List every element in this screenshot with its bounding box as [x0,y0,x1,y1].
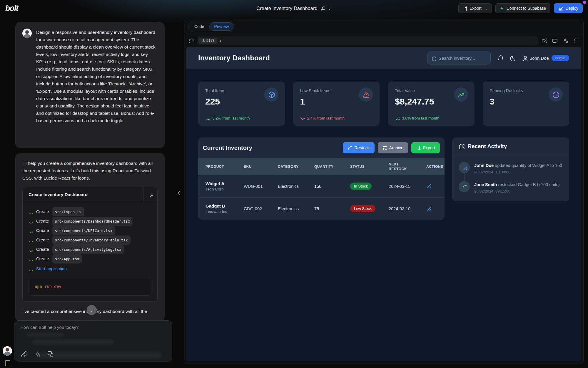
archive-button[interactable]: Archive [378,142,408,153]
export-label: Export [470,6,481,11]
kpi-trend: 3.8% from last month [395,116,440,120]
inventory-search[interactable] [427,52,491,64]
trending-up-icon [454,87,468,102]
file-link[interactable]: src/components/DashboardHeader.tsx [52,217,133,226]
inventory-title: Current Inventory [203,145,252,151]
open-external-button[interactable] [541,38,547,43]
account-avatar [3,346,12,356]
artifact-step: Create src/types.ts [29,207,151,216]
activity-title: Recent Activity [468,143,507,150]
artifact-title: Create Inventory Dashboard [23,187,143,202]
pencil-icon [426,205,431,210]
activity-header: Recent Activity [452,137,569,155]
attach-link-button[interactable] [21,351,26,357]
project-title-menu[interactable]: Create Inventory Dashboard [256,6,331,11]
sku-cell: WDG-001 [244,184,278,189]
activity-list: John Doe updated quantity of Widget A to… [452,155,569,201]
edit-row-button[interactable] [426,205,431,210]
chevron-down-icon [328,6,332,10]
dashboard-header: Inventory Dashboard John Doe admin [186,47,581,69]
user-menu[interactable]: John Doe admin [522,55,569,61]
port-pill[interactable]: 5173 [198,38,217,44]
export-button[interactable]: Export [458,3,492,13]
refresh-icon [348,146,352,150]
supabase-label: Connect to Supabase [507,6,546,11]
dark-mode-toggle[interactable] [510,55,515,61]
preview-tools [541,38,579,43]
clock-icon [459,143,465,149]
reload-icon [188,38,193,43]
chat-mode-button[interactable] [47,351,53,357]
rocket-icon [558,6,563,11]
file-link[interactable]: src/components/InventoryTable.tsx [52,236,131,245]
notifications-button[interactable] [497,55,503,61]
user-message-text: Design a responsive and user-friendly in… [36,29,158,142]
product-supplier: Innovate Inc [206,209,244,214]
command-npm: npm [35,284,42,289]
enhance-prompt-button[interactable] [34,351,40,357]
dashboard-header-actions: John Doe admin [427,52,569,64]
connect-supabase-button[interactable]: Connect to Supabase [495,3,551,13]
deploy-button[interactable]: Deploy [554,3,583,13]
inventory-search-input[interactable] [439,56,487,61]
external-link-icon [541,38,547,43]
maximize-icon [574,38,579,43]
tab-code[interactable]: Code [190,22,209,31]
kpi-card-total-value: Total Value $8,247.75 3.8% from last mon… [388,82,475,126]
device-preview-button[interactable] [552,38,557,43]
chat-input-toolbar [21,351,53,357]
lock-icon [320,6,325,11]
kpi-trend: 2.4% from last month [300,116,345,120]
file-link[interactable]: src/components/ActivityLog.tsx [52,245,124,254]
artifact-step: Create src/App.tsx [29,254,151,263]
artifact-collapse-button[interactable] [143,187,157,202]
artifact-header[interactable]: Create Inventory Dashboard [23,187,157,202]
account-avatar-button[interactable] [3,346,12,356]
project-title: Create Inventory Dashboard [256,6,317,11]
file-link[interactable]: src/types.ts [52,207,84,216]
start-application-link[interactable]: Start application [36,265,67,273]
url-input[interactable]: 5173 / [197,36,538,45]
arrow-down-icon [89,308,94,312]
activity-item: John Doe updated quantity of Widget A to… [459,162,563,174]
scroll-to-bottom-button[interactable] [87,305,97,315]
file-link[interactable]: src/App.tsx [52,254,82,263]
workbench-panel: Code Preview 5173 / [184,19,584,364]
activity-timestamp: 20/02/2024, 09:15:00 [474,189,560,193]
step-action: Create [36,255,49,263]
blurred-content [32,339,114,345]
artifact-step: Create src/components/InventoryTable.tsx [29,235,151,245]
check-icon [29,267,33,271]
sidebar-toggle-button[interactable] [4,360,10,366]
code-preview-toggle: Code Preview [188,21,235,32]
clock-icon [549,87,563,102]
tab-preview[interactable]: Preview [209,22,233,31]
kpi-card-low-stock: Low Stock Items 1 2.4% from last month [293,82,380,126]
user-message-bubble: Design a responsive and user-friendly in… [15,22,165,148]
pencil-icon [459,162,470,173]
bolt-app-window: bolt Create Inventory Dashboard Export C… [0,0,588,368]
artifact-step: Create src/components/ActivityLog.tsx [29,245,151,254]
file-link[interactable]: src/components/KPICard.tsx [52,226,115,235]
export-csv-button[interactable]: Export [411,142,440,153]
step-action: Create [36,218,49,225]
product-name: Widget A [206,181,244,186]
reload-button[interactable] [188,38,193,43]
collapse-chat-button[interactable] [175,190,182,196]
fullscreen-button[interactable] [574,38,579,43]
port-number: 5173 [206,39,215,43]
share-icon [463,6,467,11]
inspector-button[interactable] [563,38,568,43]
notification-dot [583,1,586,4]
restock-button[interactable]: Restock [343,142,374,153]
user-name: John Doe [530,56,549,61]
step-action: Create [36,236,49,244]
column-header: Quantity [314,164,350,169]
column-header: Product [206,164,244,169]
activity-timestamp: 20/02/2024, 10:30:00 [474,170,562,174]
edit-row-button[interactable] [426,183,431,188]
current-inventory-card: Current Inventory Restock Archive [198,137,445,220]
assistant-intro-text: I'll help you create a comprehensive inv… [22,160,158,182]
next-restock-cell: 2024-03-10 [389,206,426,211]
column-header: SKU [244,164,278,169]
